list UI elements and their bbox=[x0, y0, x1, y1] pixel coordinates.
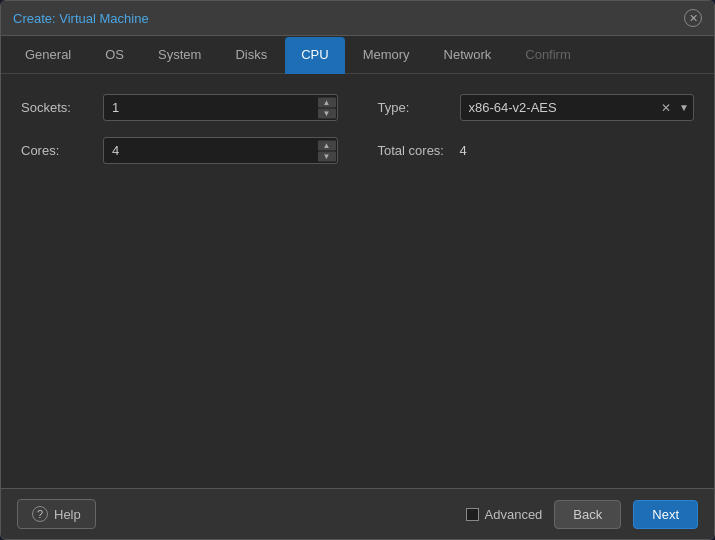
sockets-label: Sockets: bbox=[21, 100, 91, 115]
help-button[interactable]: ? Help bbox=[17, 499, 96, 529]
sockets-group: Sockets: ▲ ▼ bbox=[21, 94, 338, 121]
tab-general[interactable]: General bbox=[9, 37, 87, 74]
back-button[interactable]: Back bbox=[554, 500, 621, 529]
type-group: Type: x86-64-v2-AES x86-64-v1 x86-64-v3 … bbox=[378, 94, 695, 121]
type-controls: ✕ ▼ bbox=[658, 100, 692, 116]
total-cores-label: Total cores: bbox=[378, 143, 448, 158]
tab-system[interactable]: System bbox=[142, 37, 217, 74]
total-cores-group: Total cores: 4 bbox=[378, 137, 695, 164]
type-label: Type: bbox=[378, 100, 448, 115]
type-clear-button[interactable]: ✕ bbox=[658, 100, 674, 116]
cores-spinner: ▲ ▼ bbox=[318, 140, 336, 161]
advanced-text: Advanced bbox=[485, 507, 543, 522]
cores-input[interactable] bbox=[103, 137, 338, 164]
next-button[interactable]: Next bbox=[633, 500, 698, 529]
cores-label: Cores: bbox=[21, 143, 91, 158]
close-button[interactable]: ✕ bbox=[684, 9, 702, 27]
advanced-label: Advanced bbox=[466, 507, 543, 522]
main-window: Create: Virtual Machine ✕ General OS Sys… bbox=[0, 0, 715, 540]
cpu-form: Sockets: ▲ ▼ Type: x86-64-v2-AES x86-64-… bbox=[21, 94, 694, 164]
sockets-decrement[interactable]: ▼ bbox=[318, 108, 336, 118]
sockets-increment[interactable]: ▲ bbox=[318, 97, 336, 107]
type-dropdown-arrow: ▼ bbox=[676, 100, 692, 116]
window-title: Create: Virtual Machine bbox=[13, 11, 149, 26]
sockets-input-wrapper: ▲ ▼ bbox=[103, 94, 338, 121]
title-bar: Create: Virtual Machine ✕ bbox=[1, 1, 714, 36]
tab-disks[interactable]: Disks bbox=[219, 37, 283, 74]
help-label: Help bbox=[54, 507, 81, 522]
sockets-spinner: ▲ ▼ bbox=[318, 97, 336, 118]
cores-input-wrapper: ▲ ▼ bbox=[103, 137, 338, 164]
cores-group: Cores: ▲ ▼ bbox=[21, 137, 338, 164]
total-cores-value: 4 bbox=[460, 143, 467, 158]
tab-cpu[interactable]: CPU bbox=[285, 37, 344, 74]
type-select-wrapper: x86-64-v2-AES x86-64-v1 x86-64-v3 host ✕… bbox=[460, 94, 695, 121]
tab-network[interactable]: Network bbox=[428, 37, 508, 74]
tab-bar: General OS System Disks CPU Memory Netwo… bbox=[1, 36, 714, 74]
advanced-checkbox[interactable] bbox=[466, 508, 479, 521]
help-icon: ? bbox=[32, 506, 48, 522]
cores-increment[interactable]: ▲ bbox=[318, 140, 336, 150]
tab-confirm: Confirm bbox=[509, 37, 587, 74]
tab-memory[interactable]: Memory bbox=[347, 37, 426, 74]
footer: ? Help Advanced Back Next bbox=[1, 488, 714, 539]
cores-decrement[interactable]: ▼ bbox=[318, 151, 336, 161]
sockets-input[interactable] bbox=[103, 94, 338, 121]
footer-right: Advanced Back Next bbox=[466, 500, 698, 529]
form-content: Sockets: ▲ ▼ Type: x86-64-v2-AES x86-64-… bbox=[1, 74, 714, 488]
tab-os[interactable]: OS bbox=[89, 37, 140, 74]
